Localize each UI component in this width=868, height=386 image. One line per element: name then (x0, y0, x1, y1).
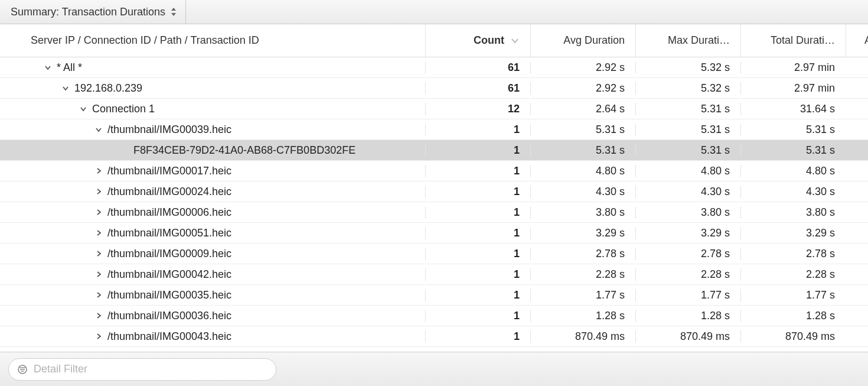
cell-avg: 5.31 s (530, 124, 635, 136)
cell-avg: 2.78 s (530, 248, 635, 260)
cell-count: 1 (425, 186, 530, 198)
cell-total: 2.97 min (740, 82, 846, 95)
cell-count: 1 (425, 144, 530, 157)
row-label: /thumbnail/IMG00035.heic (107, 289, 231, 301)
chevron-down-icon[interactable] (94, 125, 103, 134)
cell-avg: 2.64 s (530, 103, 635, 115)
column-header-extra-label: A (864, 34, 868, 47)
cell-max: 5.31 s (635, 144, 740, 157)
cell-total: 5.31 s (740, 124, 846, 136)
column-header-extra[interactable]: A (846, 24, 868, 57)
cell-max: 5.32 s (635, 82, 740, 95)
table-row[interactable]: F8F34CEB-79D2-41A0-AB68-C7FB0BD302FE15.3… (0, 140, 868, 161)
cell-total: 2.28 s (740, 268, 846, 281)
chevron-down-icon (510, 36, 520, 46)
cell-total: 2.97 min (740, 61, 846, 74)
table-row[interactable]: /thumbnail/IMG00043.heic1870.49 ms870.49… (0, 326, 868, 347)
row-label: /thumbnail/IMG00024.heic (107, 186, 231, 198)
cell-total: 4.30 s (740, 186, 846, 198)
row-label: 192.168.0.239 (74, 82, 142, 95)
cell-total: 5.31 s (740, 144, 846, 157)
table-row[interactable]: /thumbnail/IMG00009.heic12.78 s2.78 s2.7… (0, 244, 868, 264)
cell-max: 2.28 s (635, 268, 740, 281)
chevron-down-icon[interactable] (79, 105, 87, 113)
cell-avg: 4.80 s (530, 165, 635, 177)
column-header-total[interactable]: Total Durati… (740, 24, 846, 57)
cell-avg: 2.28 s (530, 268, 635, 281)
filter-icon (17, 364, 28, 375)
cell-max: 1.77 s (635, 289, 740, 301)
column-header-path[interactable]: Server IP / Connection ID / Path / Trans… (0, 24, 425, 57)
row-label: /thumbnail/IMG00017.heic (107, 165, 231, 177)
table-row[interactable]: /thumbnail/IMG00035.heic11.77 s1.77 s1.7… (0, 285, 868, 306)
row-label: F8F34CEB-79D2-41A0-AB68-C7FB0BD302FE (133, 144, 355, 157)
cell-total: 3.80 s (740, 206, 846, 219)
table-row[interactable]: Connection 1122.64 s5.31 s31.64 s (0, 99, 868, 119)
chevron-down-icon[interactable] (44, 63, 52, 72)
cell-total: 1.28 s (740, 310, 846, 322)
table-row[interactable]: /thumbnail/IMG00006.heic13.80 s3.80 s3.8… (0, 202, 868, 223)
cell-avg: 1.28 s (530, 310, 635, 322)
detail-filter-input[interactable] (34, 363, 267, 375)
chevron-right-icon[interactable] (94, 167, 103, 175)
chevron-right-icon[interactable] (94, 312, 103, 320)
cell-count: 1 (425, 310, 530, 322)
column-header-total-label: Total Durati… (771, 34, 835, 47)
row-label: /thumbnail/IMG00051.heic (107, 227, 231, 239)
chevron-down-icon[interactable] (61, 84, 70, 92)
chevron-right-icon[interactable] (94, 208, 103, 216)
table-row[interactable]: /thumbnail/IMG00042.heic12.28 s2.28 s2.2… (0, 264, 868, 285)
column-header-avg-label: Avg Duration (563, 34, 625, 47)
table-row[interactable]: /thumbnail/IMG00024.heic14.30 s4.30 s4.3… (0, 181, 868, 202)
column-header-avg[interactable]: Avg Duration (530, 24, 635, 57)
cell-avg: 1.77 s (530, 289, 635, 301)
column-header-count-label: Count (474, 34, 504, 47)
cell-total: 3.29 s (740, 227, 846, 239)
bottom-bar (0, 352, 868, 386)
cell-avg: 2.92 s (530, 82, 635, 95)
summary-selector[interactable]: Summary: Transaction Durations (0, 0, 186, 24)
cell-avg: 3.29 s (530, 227, 635, 239)
table-row[interactable]: /thumbnail/IMG00017.heic14.80 s4.80 s4.8… (0, 161, 868, 181)
cell-count: 12 (425, 103, 530, 115)
chevron-right-icon[interactable] (94, 187, 103, 196)
cell-max: 5.31 s (635, 124, 740, 136)
column-header-count[interactable]: Count (425, 24, 530, 57)
cell-avg: 870.49 ms (530, 330, 635, 343)
chevron-right-icon[interactable] (94, 291, 103, 299)
cell-count: 61 (425, 82, 530, 95)
cell-count: 1 (425, 206, 530, 219)
cell-count: 61 (425, 61, 530, 74)
table-row[interactable]: /thumbnail/IMG00039.heic15.31 s5.31 s5.3… (0, 119, 868, 140)
chevron-right-icon[interactable] (94, 332, 103, 340)
updown-icon (170, 7, 177, 17)
cell-max: 4.30 s (635, 186, 740, 198)
cell-count: 1 (425, 330, 530, 343)
cell-avg: 5.31 s (530, 144, 635, 157)
table-row[interactable]: * All *612.92 s5.32 s2.97 min (0, 57, 868, 78)
column-header-max[interactable]: Max Durati… (635, 24, 740, 57)
cell-max: 5.32 s (635, 61, 740, 74)
row-label: /thumbnail/IMG00009.heic (107, 248, 231, 260)
table-row[interactable]: /thumbnail/IMG00036.heic11.28 s1.28 s1.2… (0, 306, 868, 326)
cell-count: 1 (425, 165, 530, 177)
row-label: /thumbnail/IMG00036.heic (107, 310, 231, 322)
column-header-path-label: Server IP / Connection ID / Path / Trans… (31, 34, 259, 47)
row-label: * All * (57, 61, 82, 74)
detail-filter[interactable] (8, 358, 276, 381)
cell-avg: 3.80 s (530, 206, 635, 219)
cell-max: 870.49 ms (635, 330, 740, 343)
row-label: /thumbnail/IMG00043.heic (107, 330, 231, 343)
row-label: /thumbnail/IMG00006.heic (107, 206, 231, 219)
table-row[interactable]: /thumbnail/IMG00051.heic13.29 s3.29 s3.2… (0, 223, 868, 244)
cell-count: 1 (425, 248, 530, 260)
cell-total: 870.49 ms (740, 330, 846, 343)
cell-max: 5.31 s (635, 103, 740, 115)
chevron-right-icon[interactable] (94, 270, 103, 278)
cell-max: 1.28 s (635, 310, 740, 322)
row-label: Connection 1 (92, 103, 155, 115)
chevron-right-icon[interactable] (94, 229, 103, 237)
table-row[interactable]: 192.168.0.239612.92 s5.32 s2.97 min (0, 78, 868, 99)
cell-max: 2.78 s (635, 248, 740, 260)
chevron-right-icon[interactable] (94, 249, 103, 258)
